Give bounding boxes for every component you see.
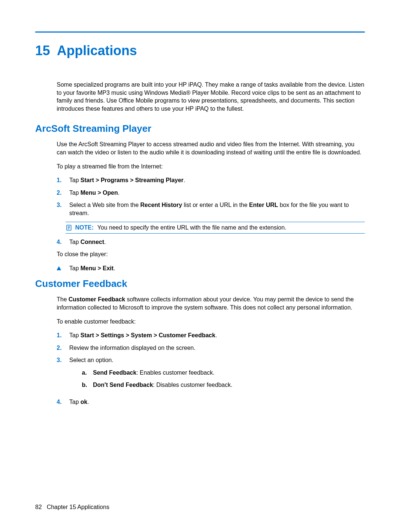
arcsoft-close-list: Tap Menu > Exit. [57,264,365,272]
step-marker: 4. [57,398,69,406]
arcsoft-step-4-list: 4. Tap Connect. [57,238,365,246]
bullet-content: Tap Menu > Exit. [69,264,115,272]
feedback-step-4: 4. Tap ok. [57,398,365,406]
feedback-para-1: The Customer Feedback software collects … [57,295,365,311]
note-label: NOTE: [75,224,94,231]
step-marker: 3. [57,201,69,209]
chapter-number: 15 [35,43,50,58]
step-content: Select an option. a. Send Feedback: Enab… [69,356,365,394]
feedback-sub-list: a. Send Feedback: Enables customer feedb… [69,369,365,389]
triangle-icon [57,266,61,270]
step-marker: 1. [57,331,69,339]
feedback-step-1: 1. Tap Start > Settings > System > Custo… [57,331,365,339]
step-content: Review the information displayed on the … [69,344,365,352]
arcsoft-step-3: 3. Select a Web site from the Recent His… [57,201,365,217]
sub-content: Send Feedback: Enables customer feedback… [93,369,365,377]
sub-content: Don't Send Feedback: Disables customer f… [93,381,365,389]
arcsoft-steps: 1. Tap Start > Programs > Streaming Play… [57,176,365,217]
step-content: Tap Start > Settings > System > Customer… [69,331,365,339]
arcsoft-step-1: 1. Tap Start > Programs > Streaming Play… [57,176,365,184]
section-arcsoft-title: ArcSoft Streaming Player [35,123,365,134]
step-marker: 2. [57,344,69,352]
step-marker: 1. [57,176,69,184]
arcsoft-close-item: Tap Menu > Exit. [57,264,365,272]
arcsoft-close-label: To close the player: [57,250,365,258]
chapter-title: 15 Applications [35,43,365,58]
note-block: NOTE: You need to specify the entire URL… [66,222,365,234]
arcsoft-para-1: Use the ArcSoft Streaming Player to acce… [57,140,365,156]
page-number: 82 [35,504,42,510]
note-text: You need to specify the entire URL with … [97,224,286,231]
sub-marker: b. [82,381,93,389]
step-content: Tap Connect. [69,238,365,246]
intro-paragraph: Some specialized programs are built into… [57,81,365,113]
step-content: Select a Web site from the Recent Histor… [69,201,365,217]
arcsoft-step-2: 2. Tap Menu > Open. [57,189,365,197]
top-rule [35,31,365,33]
feedback-step-2: 2. Review the information displayed on t… [57,344,365,352]
feedback-step-3: 3. Select an option. a. Send Feedback: E… [57,356,365,394]
arcsoft-step-4: 4. Tap Connect. [57,238,365,246]
step-marker: 4. [57,238,69,246]
sub-marker: a. [82,369,93,377]
feedback-para-2: To enable customer feedback: [57,318,365,326]
feedback-sub-b: b. Don't Send Feedback: Disables custome… [82,381,365,389]
feedback-steps: 1. Tap Start > Settings > System > Custo… [57,331,365,406]
note-icon [66,224,72,231]
page-footer: 82 Chapter 15 Applications [35,504,109,511]
step-content: Tap ok. [69,398,365,406]
step-marker: 3. [57,356,69,364]
chapter-name: Applications [57,43,137,58]
step-marker: 2. [57,189,69,197]
step-content: Tap Menu > Open. [69,189,365,197]
section-feedback-title: Customer Feedback [35,278,365,290]
footer-label: Chapter 15 Applications [47,504,109,510]
arcsoft-para-2: To play a streamed file from the Interne… [57,163,365,171]
step-content: Tap Start > Programs > Streaming Player. [69,176,365,184]
feedback-sub-a: a. Send Feedback: Enables customer feedb… [82,369,365,377]
